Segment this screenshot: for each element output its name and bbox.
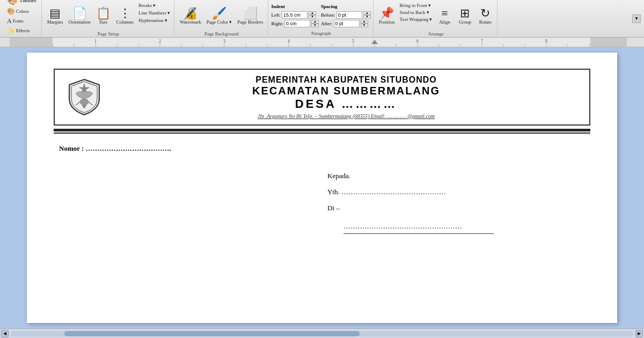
orientation-label: Orientation (69, 19, 91, 25)
before-spinner[interactable]: ▲ ▼ (363, 11, 371, 19)
letterhead: PEMERINTAH KABUPATEN SITUBONDO KECAMATAN… (54, 69, 590, 126)
position-button[interactable]: 📌 Position (377, 2, 397, 30)
size-label: Size (99, 19, 108, 25)
page-borders-icon: ⬜ (243, 8, 258, 19)
page-setup-group-label: Page Setup (98, 30, 119, 36)
columns-icon: ⋮ (119, 8, 131, 19)
document-body: Nomor : ………………………………. Kepada. Yth. ……………… (54, 144, 590, 234)
send-back-button[interactable]: Send to Back ▾ (398, 9, 434, 16)
themes-group: 🎨 Themes 🎨 Colors A Fonts ✨ Effects Them… (2, 0, 42, 37)
before-spin-down[interactable]: ▼ (363, 15, 371, 19)
scroll-right-button[interactable]: ▶ (635, 330, 643, 337)
watermark-icon: 🔏 (183, 8, 197, 19)
fonts-button[interactable]: A Fonts (5, 17, 31, 26)
kepada-block: Kepada. Yth. ……………………………………… Di – ………………… (327, 169, 585, 234)
indent-controls: Indent Left: ▲ ▼ Right: ▲ ▼ (272, 4, 319, 27)
before-input[interactable] (336, 11, 362, 19)
address: Jln .Argopuro No 86 Telp. – Sumbermalang… (114, 113, 579, 119)
margins-label: Margins (47, 19, 63, 25)
watermark-label: Watermark (180, 19, 201, 25)
margins-button[interactable]: ▤ Margins (45, 2, 65, 30)
page-background-group-label: Page Background (204, 30, 239, 36)
scroll-left-button[interactable]: ◀ (1, 330, 9, 337)
send-back-label: Send to Back ▾ (400, 10, 429, 15)
under-dots: …………………………………………… (343, 219, 494, 234)
ribbon-scroll-button[interactable]: ▼ (632, 14, 641, 23)
right-spinner[interactable]: ▲ ▼ (311, 20, 319, 27)
left-spin-down[interactable]: ▼ (309, 15, 316, 19)
svg-text:8: 8 (545, 39, 547, 43)
line-numbers-button[interactable]: Line Numbers ▾ (137, 10, 172, 16)
yth-text: Yth. ……………………………………… (327, 185, 446, 199)
watermark-button[interactable]: 🔏 Watermark (178, 2, 203, 30)
themes-button[interactable]: 🎨 Themes (5, 0, 38, 6)
thick-divider (54, 129, 590, 131)
ruler: ◣ (0, 38, 644, 47)
left-spinner[interactable]: ▲ ▼ (309, 11, 316, 19)
effects-button[interactable]: ✨ Effects (5, 26, 31, 35)
arrange-group-label: Arrange (428, 30, 443, 36)
align-button[interactable]: ≡ Align (435, 2, 454, 30)
document-area: PEMERINTAH KABUPATEN SITUBONDO KECAMATAN… (0, 47, 644, 328)
right-input[interactable] (284, 20, 310, 27)
breaks-button[interactable]: Breaks ▾ (137, 2, 172, 9)
align-label: Align (439, 19, 450, 25)
before-label: Before: (321, 12, 335, 18)
position-label: Position (379, 19, 395, 25)
page-color-button[interactable]: 🖌️ Page Color ▾ (204, 2, 235, 30)
svg-text:6: 6 (416, 39, 419, 43)
rotate-button[interactable]: ↻ Rotate (475, 2, 495, 30)
group-button[interactable]: ⊞ Group (455, 2, 474, 30)
columns-button[interactable]: ⋮ Columns (114, 2, 136, 30)
svg-rect-3 (590, 38, 627, 47)
size-icon: 📋 (96, 8, 111, 19)
orientation-button[interactable]: 📄 Orientation (67, 2, 93, 30)
after-spinner[interactable]: ▲ ▼ (361, 20, 368, 27)
text-wrap-button[interactable]: Text Wrapping ▾ (398, 16, 434, 23)
before-spin-up[interactable]: ▲ (363, 11, 371, 15)
left-label: Left: (272, 12, 281, 18)
title3: DESA ………… (114, 97, 579, 111)
colors-button[interactable]: 🎨 Colors (5, 7, 31, 16)
rotate-icon: ↻ (480, 8, 490, 19)
left-spin-up[interactable]: ▲ (309, 11, 316, 15)
left-input[interactable] (282, 11, 308, 19)
page: PEMERINTAH KABUPATEN SITUBONDO KECAMATAN… (27, 53, 617, 323)
size-button[interactable]: 📋 Size (94, 2, 113, 30)
svg-text:2: 2 (159, 39, 161, 43)
svg-text:7: 7 (481, 39, 483, 43)
logo (65, 77, 103, 117)
spacing-before-row: Before: ▲ ▼ (321, 11, 371, 19)
after-spin-down[interactable]: ▼ (361, 24, 368, 27)
page-background-group: 🔏 Watermark 🖌️ Page Color ▾ ⬜ Page Borde… (175, 0, 268, 37)
after-input[interactable] (334, 20, 360, 27)
title2: KECAMATAN SUMBERMALANG (114, 85, 579, 97)
svg-point-40 (80, 99, 89, 105)
shield-icon (68, 78, 100, 116)
colors-label: Colors (16, 9, 29, 14)
hyphenation-button[interactable]: Hyphenation ▾ (137, 17, 172, 24)
yth-row: Yth. ……………………………………… (327, 185, 585, 199)
title1: PEMERINTAH KABUPATEN SITUBONDO (114, 75, 579, 85)
page-color-label: Page Color ▾ (207, 19, 232, 25)
right-spin-down[interactable]: ▼ (311, 24, 319, 27)
after-spin-up[interactable]: ▲ (361, 20, 368, 24)
thin-divider (54, 133, 590, 134)
svg-text:1: 1 (94, 39, 97, 43)
bottom-scrollbar: ◀ ▶ (0, 328, 644, 338)
nomor-line: Nomor : ………………………………. (59, 144, 585, 153)
bring-front-button[interactable]: Bring to Front ▾ (398, 2, 434, 9)
position-icon: 📌 (379, 8, 394, 19)
after-label: After: (321, 21, 333, 26)
right-label: Right: (272, 21, 284, 26)
scroll-thumb[interactable] (64, 331, 360, 336)
kepada-text: Kepada. (327, 169, 585, 183)
spacing-controls: Spacing Before: ▲ ▼ After: ▲ ▼ (321, 4, 371, 27)
scroll-track (11, 331, 633, 336)
right-spin-up[interactable]: ▲ (311, 20, 319, 24)
paragraph-group: Indent Left: ▲ ▼ Right: ▲ ▼ (269, 0, 374, 37)
hyphenation-label: Hyphenation ▾ (138, 18, 167, 23)
page-borders-button[interactable]: ⬜ Page Borders (235, 2, 265, 30)
svg-rect-1 (10, 38, 627, 47)
ruler-marks: 1 2 3 4 5 6 7 8 (0, 38, 644, 47)
